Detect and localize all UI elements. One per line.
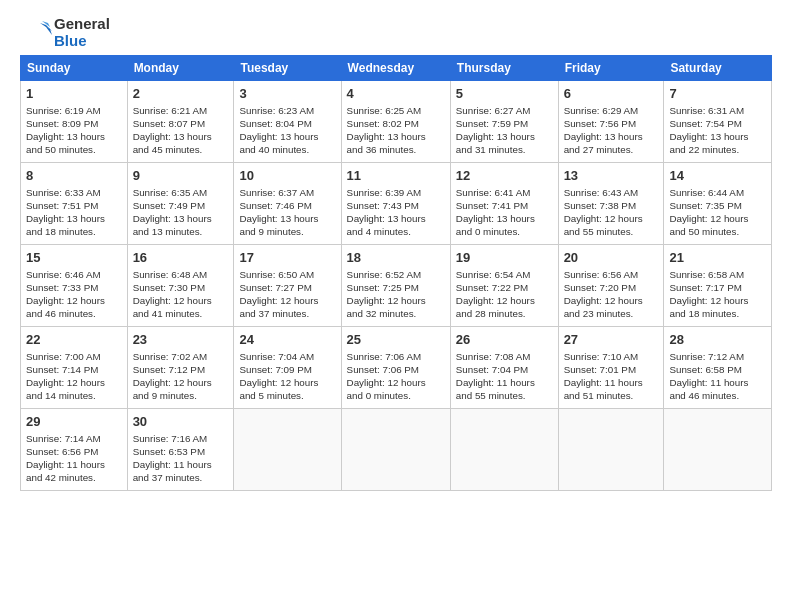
calendar-cell: 6Sunrise: 6:29 AM Sunset: 7:56 PM Daylig… xyxy=(558,81,664,163)
day-info: Sunrise: 7:02 AM Sunset: 7:12 PM Dayligh… xyxy=(133,350,229,403)
day-number: 16 xyxy=(133,249,229,267)
logo-general: General xyxy=(54,16,110,33)
day-info: Sunrise: 6:27 AM Sunset: 7:59 PM Dayligh… xyxy=(456,104,553,157)
day-info: Sunrise: 6:46 AM Sunset: 7:33 PM Dayligh… xyxy=(26,268,122,321)
day-number: 15 xyxy=(26,249,122,267)
day-info: Sunrise: 7:04 AM Sunset: 7:09 PM Dayligh… xyxy=(239,350,335,403)
day-info: Sunrise: 6:50 AM Sunset: 7:27 PM Dayligh… xyxy=(239,268,335,321)
calendar-cell: 8Sunrise: 6:33 AM Sunset: 7:51 PM Daylig… xyxy=(21,163,128,245)
day-info: Sunrise: 6:44 AM Sunset: 7:35 PM Dayligh… xyxy=(669,186,766,239)
day-info: Sunrise: 6:54 AM Sunset: 7:22 PM Dayligh… xyxy=(456,268,553,321)
day-info: Sunrise: 6:43 AM Sunset: 7:38 PM Dayligh… xyxy=(564,186,659,239)
logo-blue: Blue xyxy=(54,33,110,50)
calendar-week-3: 15Sunrise: 6:46 AM Sunset: 7:33 PM Dayli… xyxy=(21,245,772,327)
calendar-cell: 15Sunrise: 6:46 AM Sunset: 7:33 PM Dayli… xyxy=(21,245,128,327)
day-number: 29 xyxy=(26,413,122,431)
calendar-cell: 7Sunrise: 6:31 AM Sunset: 7:54 PM Daylig… xyxy=(664,81,772,163)
calendar-cell: 10Sunrise: 6:37 AM Sunset: 7:46 PM Dayli… xyxy=(234,163,341,245)
day-info: Sunrise: 7:16 AM Sunset: 6:53 PM Dayligh… xyxy=(133,432,229,485)
column-header-saturday: Saturday xyxy=(664,56,772,81)
day-info: Sunrise: 6:52 AM Sunset: 7:25 PM Dayligh… xyxy=(347,268,445,321)
calendar-cell: 19Sunrise: 6:54 AM Sunset: 7:22 PM Dayli… xyxy=(450,245,558,327)
calendar-week-5: 29Sunrise: 7:14 AM Sunset: 6:56 PM Dayli… xyxy=(21,409,772,491)
calendar-cell: 9Sunrise: 6:35 AM Sunset: 7:49 PM Daylig… xyxy=(127,163,234,245)
calendar-cell: 29Sunrise: 7:14 AM Sunset: 6:56 PM Dayli… xyxy=(21,409,128,491)
calendar-cell xyxy=(664,409,772,491)
day-number: 23 xyxy=(133,331,229,349)
calendar-cell: 27Sunrise: 7:10 AM Sunset: 7:01 PM Dayli… xyxy=(558,327,664,409)
calendar-cell: 18Sunrise: 6:52 AM Sunset: 7:25 PM Dayli… xyxy=(341,245,450,327)
day-info: Sunrise: 7:08 AM Sunset: 7:04 PM Dayligh… xyxy=(456,350,553,403)
header: General Blue xyxy=(20,16,772,49)
calendar-cell: 26Sunrise: 7:08 AM Sunset: 7:04 PM Dayli… xyxy=(450,327,558,409)
calendar-cell xyxy=(341,409,450,491)
day-number: 28 xyxy=(669,331,766,349)
calendar-cell: 5Sunrise: 6:27 AM Sunset: 7:59 PM Daylig… xyxy=(450,81,558,163)
day-number: 13 xyxy=(564,167,659,185)
day-info: Sunrise: 6:39 AM Sunset: 7:43 PM Dayligh… xyxy=(347,186,445,239)
calendar-cell: 16Sunrise: 6:48 AM Sunset: 7:30 PM Dayli… xyxy=(127,245,234,327)
column-header-sunday: Sunday xyxy=(21,56,128,81)
day-number: 9 xyxy=(133,167,229,185)
day-number: 25 xyxy=(347,331,445,349)
day-number: 22 xyxy=(26,331,122,349)
day-info: Sunrise: 6:37 AM Sunset: 7:46 PM Dayligh… xyxy=(239,186,335,239)
calendar-cell: 3Sunrise: 6:23 AM Sunset: 8:04 PM Daylig… xyxy=(234,81,341,163)
day-info: Sunrise: 6:31 AM Sunset: 7:54 PM Dayligh… xyxy=(669,104,766,157)
calendar-cell: 24Sunrise: 7:04 AM Sunset: 7:09 PM Dayli… xyxy=(234,327,341,409)
column-header-tuesday: Tuesday xyxy=(234,56,341,81)
column-header-wednesday: Wednesday xyxy=(341,56,450,81)
calendar-cell: 14Sunrise: 6:44 AM Sunset: 7:35 PM Dayli… xyxy=(664,163,772,245)
day-info: Sunrise: 6:33 AM Sunset: 7:51 PM Dayligh… xyxy=(26,186,122,239)
day-number: 14 xyxy=(669,167,766,185)
calendar-cell: 1Sunrise: 6:19 AM Sunset: 8:09 PM Daylig… xyxy=(21,81,128,163)
calendar-cell: 21Sunrise: 6:58 AM Sunset: 7:17 PM Dayli… xyxy=(664,245,772,327)
calendar-cell: 12Sunrise: 6:41 AM Sunset: 7:41 PM Dayli… xyxy=(450,163,558,245)
day-number: 1 xyxy=(26,85,122,103)
calendar-week-2: 8Sunrise: 6:33 AM Sunset: 7:51 PM Daylig… xyxy=(21,163,772,245)
column-header-friday: Friday xyxy=(558,56,664,81)
day-info: Sunrise: 6:58 AM Sunset: 7:17 PM Dayligh… xyxy=(669,268,766,321)
day-info: Sunrise: 6:21 AM Sunset: 8:07 PM Dayligh… xyxy=(133,104,229,157)
day-number: 18 xyxy=(347,249,445,267)
logo-words: General Blue xyxy=(54,16,110,49)
page-container: General Blue SundayMondayTuesdayWednesda… xyxy=(0,0,792,501)
day-number: 24 xyxy=(239,331,335,349)
day-number: 20 xyxy=(564,249,659,267)
day-number: 17 xyxy=(239,249,335,267)
day-info: Sunrise: 6:19 AM Sunset: 8:09 PM Dayligh… xyxy=(26,104,122,157)
day-number: 11 xyxy=(347,167,445,185)
day-number: 26 xyxy=(456,331,553,349)
calendar-cell: 25Sunrise: 7:06 AM Sunset: 7:06 PM Dayli… xyxy=(341,327,450,409)
calendar-cell: 17Sunrise: 6:50 AM Sunset: 7:27 PM Dayli… xyxy=(234,245,341,327)
calendar-cell: 23Sunrise: 7:02 AM Sunset: 7:12 PM Dayli… xyxy=(127,327,234,409)
day-number: 5 xyxy=(456,85,553,103)
day-number: 4 xyxy=(347,85,445,103)
day-number: 21 xyxy=(669,249,766,267)
calendar-table: SundayMondayTuesdayWednesdayThursdayFrid… xyxy=(20,55,772,491)
calendar-cell: 28Sunrise: 7:12 AM Sunset: 6:58 PM Dayli… xyxy=(664,327,772,409)
day-number: 12 xyxy=(456,167,553,185)
calendar-cell: 11Sunrise: 6:39 AM Sunset: 7:43 PM Dayli… xyxy=(341,163,450,245)
calendar-cell: 22Sunrise: 7:00 AM Sunset: 7:14 PM Dayli… xyxy=(21,327,128,409)
day-number: 8 xyxy=(26,167,122,185)
logo-bird-icon xyxy=(20,17,52,49)
day-number: 6 xyxy=(564,85,659,103)
day-info: Sunrise: 7:06 AM Sunset: 7:06 PM Dayligh… xyxy=(347,350,445,403)
calendar-cell xyxy=(450,409,558,491)
column-header-thursday: Thursday xyxy=(450,56,558,81)
logo-text-block: General Blue xyxy=(20,16,110,49)
day-number: 2 xyxy=(133,85,229,103)
calendar-cell: 30Sunrise: 7:16 AM Sunset: 6:53 PM Dayli… xyxy=(127,409,234,491)
day-number: 19 xyxy=(456,249,553,267)
day-info: Sunrise: 6:23 AM Sunset: 8:04 PM Dayligh… xyxy=(239,104,335,157)
day-info: Sunrise: 6:41 AM Sunset: 7:41 PM Dayligh… xyxy=(456,186,553,239)
calendar-week-1: 1Sunrise: 6:19 AM Sunset: 8:09 PM Daylig… xyxy=(21,81,772,163)
calendar-cell: 2Sunrise: 6:21 AM Sunset: 8:07 PM Daylig… xyxy=(127,81,234,163)
day-number: 10 xyxy=(239,167,335,185)
day-info: Sunrise: 7:10 AM Sunset: 7:01 PM Dayligh… xyxy=(564,350,659,403)
calendar-week-4: 22Sunrise: 7:00 AM Sunset: 7:14 PM Dayli… xyxy=(21,327,772,409)
day-number: 27 xyxy=(564,331,659,349)
day-info: Sunrise: 6:48 AM Sunset: 7:30 PM Dayligh… xyxy=(133,268,229,321)
day-info: Sunrise: 6:56 AM Sunset: 7:20 PM Dayligh… xyxy=(564,268,659,321)
